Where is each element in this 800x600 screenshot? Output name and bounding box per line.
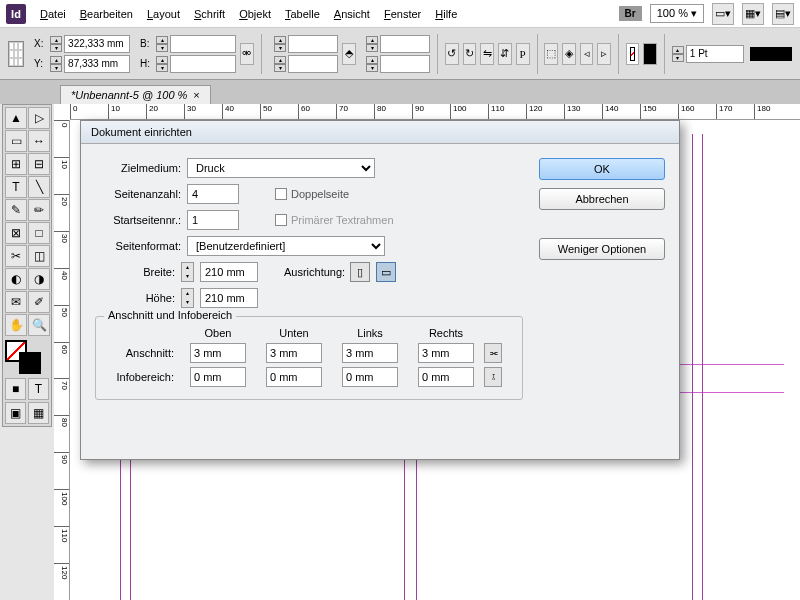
startseite-label: Startseitennr.:	[95, 214, 181, 226]
anschnitt-link-icon[interactable]: ⫘	[484, 343, 502, 363]
flip-h-icon[interactable]: ⇋	[480, 43, 494, 65]
scissors-tool[interactable]: ✂	[5, 245, 27, 267]
cancel-button[interactable]: Abbrechen	[539, 188, 665, 210]
zoom-tool[interactable]: 🔍	[28, 314, 50, 336]
view-options-icon[interactable]: ▤▾	[772, 3, 794, 25]
rotate-ccw-icon[interactable]: ↺	[445, 43, 459, 65]
bleed-fieldset: Anschnitt und Infobereich Oben Unten Lin…	[95, 316, 523, 400]
content-placer-tool[interactable]: ⊟	[28, 153, 50, 175]
hand-tool[interactable]: ✋	[5, 314, 27, 336]
orientation-portrait-button[interactable]: ▯	[350, 262, 370, 282]
zoom-field[interactable]: 100 % ▾	[650, 4, 704, 23]
stroke-color[interactable]	[19, 352, 41, 374]
menu-schrift[interactable]: Schrift	[194, 8, 225, 20]
type-tool[interactable]: T	[5, 176, 27, 198]
tab-close-icon[interactable]: ×	[193, 89, 199, 101]
constrain-icon[interactable]: ⚮	[240, 43, 254, 65]
x-label: X:	[34, 38, 48, 49]
direct-selection-tool[interactable]: ▷	[28, 107, 50, 129]
pencil-tool[interactable]: ✏	[28, 199, 50, 221]
info-links-input[interactable]	[342, 367, 398, 387]
paragraph-icon[interactable]: P	[516, 43, 530, 65]
seitenformat-label: Seitenformat:	[95, 240, 181, 252]
doppelseite-checkbox[interactable]: Doppelseite	[275, 188, 349, 200]
info-unten-input[interactable]	[266, 367, 322, 387]
less-options-button[interactable]: Weniger Optionen	[539, 238, 665, 260]
textrahmen-checkbox[interactable]: Primärer Textrahmen	[275, 214, 394, 226]
reference-point[interactable]	[8, 41, 24, 67]
menu-datei[interactable]: Datei	[40, 8, 66, 20]
zielmedium-select[interactable]: Druck	[187, 158, 375, 178]
startseite-input[interactable]	[187, 210, 239, 230]
gap-tool[interactable]: ↔	[28, 130, 50, 152]
apply-color-icon[interactable]: ■	[5, 378, 26, 400]
gradient-swatch-tool[interactable]: ◐	[5, 268, 27, 290]
vertical-ruler[interactable]: 0102030405060708090100110120	[54, 120, 70, 600]
info-rechts-input[interactable]	[418, 367, 474, 387]
gradient-feather-tool[interactable]: ◑	[28, 268, 50, 290]
screen-mode-icon[interactable]: ▭▾	[712, 3, 734, 25]
arrange-icon[interactable]: ▦▾	[742, 3, 764, 25]
stroke-swatch[interactable]	[643, 43, 657, 65]
seitenanzahl-input[interactable]	[187, 184, 239, 204]
note-tool[interactable]: ✉	[5, 291, 27, 313]
zielmedium-label: Zielmedium:	[95, 162, 181, 174]
fill-swatch[interactable]	[626, 43, 640, 65]
h-input[interactable]	[170, 55, 236, 73]
preview-view-icon[interactable]: ▦	[28, 402, 49, 424]
content-collector-tool[interactable]: ⊞	[5, 153, 27, 175]
anschnitt-rechts-input[interactable]	[418, 343, 474, 363]
w-input[interactable]	[170, 35, 236, 53]
select-content-icon[interactable]: ◈	[562, 43, 576, 65]
anschnitt-links-input[interactable]	[342, 343, 398, 363]
document-tab[interactable]: *Unbenannt-5 @ 100 % ×	[60, 85, 211, 104]
menu-hilfe[interactable]: Hilfe	[435, 8, 457, 20]
flip-v-icon[interactable]: ⇵	[498, 43, 512, 65]
selection-tool[interactable]: ▲	[5, 107, 27, 129]
seitenformat-select[interactable]: [Benutzerdefiniert]	[187, 236, 385, 256]
bleed-legend: Anschnitt und Infobereich	[104, 309, 236, 321]
info-oben-input[interactable]	[190, 367, 246, 387]
select-container-icon[interactable]: ⬚	[544, 43, 558, 65]
link-scale-icon[interactable]: ⬘	[342, 43, 356, 65]
anschnitt-label: Anschnitt:	[106, 347, 180, 359]
pen-tool[interactable]: ✎	[5, 199, 27, 221]
shear-input[interactable]	[380, 55, 430, 73]
y-label: Y:	[34, 58, 48, 69]
anschnitt-unten-input[interactable]	[266, 343, 322, 363]
line-tool[interactable]: ╲	[28, 176, 50, 198]
h-label: H:	[140, 58, 154, 69]
ok-button[interactable]: OK	[539, 158, 665, 180]
color-swatches[interactable]	[5, 340, 49, 376]
menu-objekt[interactable]: Objekt	[239, 8, 271, 20]
apply-text-icon[interactable]: T	[28, 378, 49, 400]
menu-tabelle[interactable]: Tabelle	[285, 8, 320, 20]
scale-y-input[interactable]	[288, 55, 338, 73]
orientation-landscape-button[interactable]: ▭	[376, 262, 396, 282]
normal-view-icon[interactable]: ▣	[5, 402, 26, 424]
rotate-input[interactable]	[380, 35, 430, 53]
menu-bearbeiten[interactable]: Bearbeiten	[80, 8, 133, 20]
menu-ansicht[interactable]: Ansicht	[334, 8, 370, 20]
bridge-button[interactable]: Br	[619, 6, 642, 21]
breite-input[interactable]	[200, 262, 258, 282]
eyedropper-tool[interactable]: ✐	[28, 291, 50, 313]
select-prev-icon[interactable]: ◃	[580, 43, 594, 65]
rectangle-tool[interactable]: □	[28, 222, 50, 244]
y-input[interactable]	[64, 55, 130, 73]
stroke-weight-input[interactable]	[686, 45, 744, 63]
horizontal-ruler[interactable]: 0102030405060708090100110120130140150160…	[70, 104, 800, 120]
hoehe-input[interactable]	[200, 288, 258, 308]
rectangle-frame-tool[interactable]: ⊠	[5, 222, 27, 244]
info-link-icon[interactable]: ⫱	[484, 367, 502, 387]
anschnitt-oben-input[interactable]	[190, 343, 246, 363]
x-input[interactable]	[64, 35, 130, 53]
select-next-icon[interactable]: ▹	[597, 43, 611, 65]
menu-layout[interactable]: Layout	[147, 8, 180, 20]
stroke-style-select[interactable]	[750, 47, 792, 61]
page-tool[interactable]: ▭	[5, 130, 27, 152]
menu-fenster[interactable]: Fenster	[384, 8, 421, 20]
free-transform-tool[interactable]: ◫	[28, 245, 50, 267]
scale-x-input[interactable]	[288, 35, 338, 53]
rotate-cw-icon[interactable]: ↻	[463, 43, 477, 65]
